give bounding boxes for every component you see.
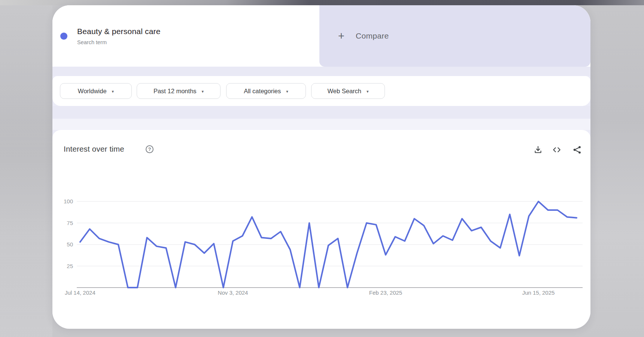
search-term-subtitle: Search term	[77, 39, 161, 45]
trends-explore-card: Beauty & personal care Search term + Com…	[52, 5, 590, 329]
compare-label: Compare	[356, 31, 389, 40]
compare-add-card[interactable]: + Compare	[319, 5, 590, 67]
filter-bar: Worldwide ▾ Past 12 months ▾ All categor…	[52, 76, 590, 106]
x-axis-label: Feb 23, 2025	[369, 289, 402, 296]
filter-region-dropdown[interactable]: Worldwide ▾	[60, 83, 132, 99]
section-gap-band	[52, 67, 590, 76]
series-color-dot	[60, 33, 67, 40]
section-gap-band	[52, 106, 590, 130]
y-axis-label: 75	[52, 219, 73, 227]
x-axis-label: Jun 15, 2025	[522, 289, 555, 296]
search-term-title: Beauty & personal care	[77, 27, 161, 36]
filter-time-range-dropdown[interactable]: Past 12 months ▾	[137, 83, 221, 99]
interest-over-time-chart[interactable]: 255075100Jul 14, 2024Nov 3, 2024Feb 23, …	[52, 130, 590, 329]
chevron-down-icon: ▾	[286, 89, 288, 94]
plus-icon: +	[338, 31, 344, 42]
interest-over-time-panel: Interest over time ? 255075100Jul 14, 20…	[52, 130, 590, 329]
chevron-down-icon: ▾	[112, 89, 114, 94]
y-axis-label: 50	[52, 241, 73, 248]
y-axis-label: 100	[52, 198, 73, 205]
chart-canvas	[52, 130, 590, 329]
x-axis-label: Nov 3, 2024	[218, 289, 248, 296]
search-terms-row: Beauty & personal care Search term + Com…	[52, 5, 590, 67]
y-axis-label: 25	[52, 262, 73, 270]
filter-search-type-dropdown[interactable]: Web Search ▾	[311, 83, 385, 99]
filter-category-dropdown[interactable]: All categories ▾	[226, 83, 306, 99]
x-axis-label: Jul 14, 2024	[65, 289, 95, 296]
chevron-down-icon: ▾	[202, 89, 204, 94]
search-term-card[interactable]: Beauty & personal care Search term	[52, 5, 316, 67]
filter-search-type-label: Web Search	[327, 88, 361, 95]
filter-category-label: All categories	[244, 88, 281, 95]
search-term-text: Beauty & personal care Search term	[77, 27, 161, 45]
filter-region-label: Worldwide	[78, 88, 107, 95]
filter-time-range-label: Past 12 months	[154, 88, 197, 95]
chevron-down-icon: ▾	[367, 89, 369, 94]
